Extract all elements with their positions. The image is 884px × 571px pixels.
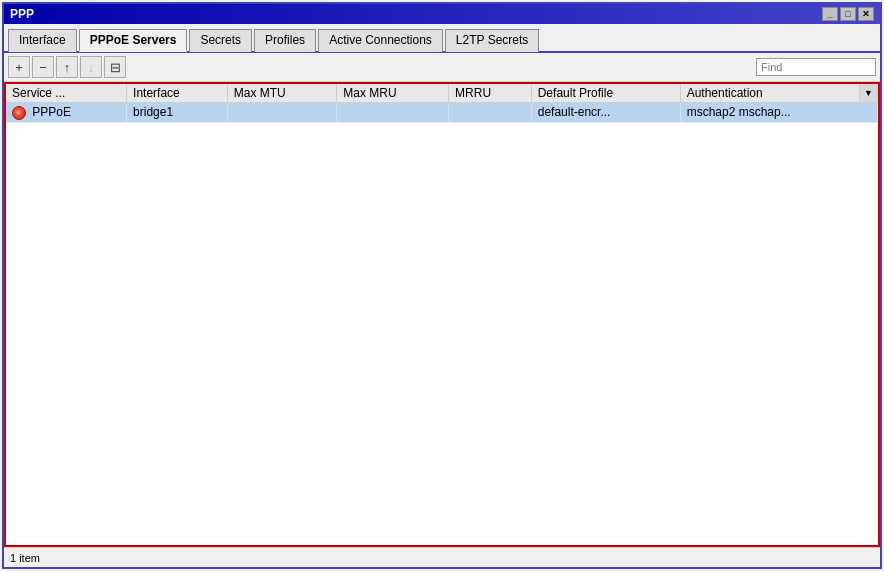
up-button[interactable]: ↑ bbox=[56, 56, 78, 78]
close-button[interactable]: ✕ bbox=[858, 7, 874, 21]
col-interface: Interface bbox=[127, 84, 228, 103]
tab-secrets[interactable]: Secrets bbox=[189, 29, 252, 52]
cell-service: PPPoE bbox=[6, 103, 127, 123]
tab-pppoe-servers[interactable]: PPPoE Servers bbox=[79, 29, 188, 52]
down-button[interactable]: ↓ bbox=[80, 56, 102, 78]
tab-interface[interactable]: Interface bbox=[8, 29, 77, 52]
title-bar: PPP _ □ ✕ bbox=[4, 4, 880, 24]
status-text: 1 item bbox=[10, 552, 40, 564]
main-window: PPP _ □ ✕ Interface PPPoE Servers Secret… bbox=[2, 2, 882, 569]
cell-authentication: mschap2 mschap... bbox=[680, 103, 877, 123]
col-max-mtu: Max MTU bbox=[227, 84, 337, 103]
tab-active-connections[interactable]: Active Connections bbox=[318, 29, 443, 52]
toolbar: + − ↑ ↓ ⊟ bbox=[4, 53, 880, 82]
tab-l2tp-secrets[interactable]: L2TP Secrets bbox=[445, 29, 539, 52]
window-title: PPP bbox=[10, 7, 34, 21]
maximize-button[interactable]: □ bbox=[840, 7, 856, 21]
cell-interface: bridge1 bbox=[127, 103, 228, 123]
remove-button[interactable]: − bbox=[32, 56, 54, 78]
status-bar: 1 item bbox=[4, 547, 880, 567]
cell-max-mtu bbox=[227, 103, 337, 123]
column-dropdown-icon[interactable]: ▼ bbox=[859, 84, 877, 102]
cell-mrru bbox=[449, 103, 532, 123]
cell-max-mru bbox=[337, 103, 449, 123]
title-bar-buttons: _ □ ✕ bbox=[822, 7, 874, 21]
table-header-row: Service ... Interface Max MTU Max MRU MR… bbox=[6, 84, 878, 103]
add-button[interactable]: + bbox=[8, 56, 30, 78]
col-authentication: Authentication ▼ bbox=[680, 84, 877, 103]
cell-default-profile: default-encr... bbox=[531, 103, 680, 123]
col-default-profile: Default Profile bbox=[531, 84, 680, 103]
table-row[interactable]: PPPoE bridge1 default-encr. bbox=[6, 103, 878, 123]
filter-button[interactable]: ⊟ bbox=[104, 56, 126, 78]
servers-table: Service ... Interface Max MTU Max MRU MR… bbox=[6, 84, 878, 123]
minimize-button[interactable]: _ bbox=[822, 7, 838, 21]
tab-bar: Interface PPPoE Servers Secrets Profiles… bbox=[4, 24, 880, 53]
col-service: Service ... bbox=[6, 84, 127, 103]
table-container: Service ... Interface Max MTU Max MRU MR… bbox=[4, 82, 880, 547]
find-input[interactable] bbox=[756, 58, 876, 76]
col-max-mru: Max MRU bbox=[337, 84, 449, 103]
col-mrru: MRRU bbox=[449, 84, 532, 103]
pppoe-icon bbox=[12, 106, 26, 120]
tab-profiles[interactable]: Profiles bbox=[254, 29, 316, 52]
